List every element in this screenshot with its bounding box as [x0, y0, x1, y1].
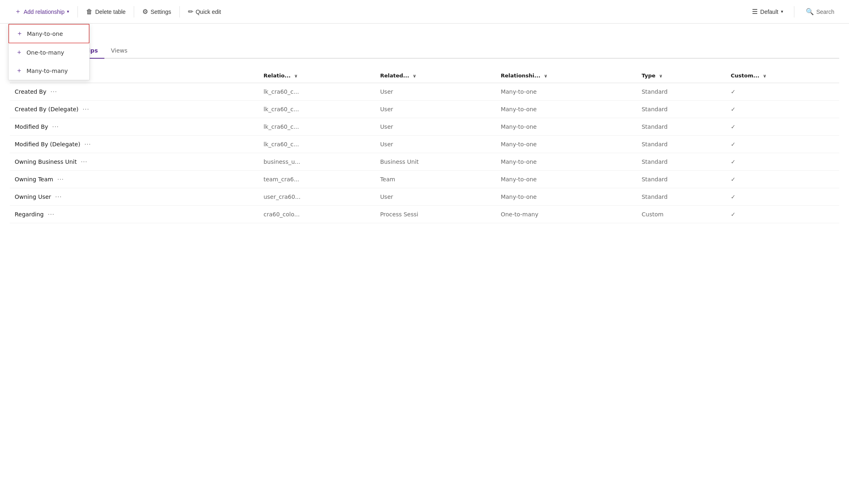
list-icon: ☰ — [752, 8, 758, 15]
table-container: Display name ↑ ∨ Relatio... ∨ Related...… — [0, 59, 849, 223]
settings-button[interactable]: ⚙ Settings — [136, 4, 178, 19]
cell-display-name: Owning Team··· — [10, 171, 259, 188]
plus-icon: ＋ — [15, 7, 21, 16]
cell-relationship-name: cra60_colo... — [259, 206, 375, 223]
row-options-dots[interactable]: ··· — [48, 211, 54, 218]
cell-relationship-type: Many-to-one — [496, 136, 637, 153]
cell-relationship-type: Many-to-one — [496, 83, 637, 101]
add-relationship-button[interactable]: ＋ Add relationship ▾ — [8, 4, 76, 19]
plus-icon-one-to-many: ＋ — [16, 48, 22, 57]
toolbar-divider-3 — [179, 6, 180, 18]
cell-related: Process Sessi — [375, 206, 496, 223]
cell-type: Standard — [637, 83, 726, 101]
cell-type: Standard — [637, 101, 726, 118]
cell-custom: ✓ — [726, 206, 839, 223]
toolbar-divider-1 — [77, 6, 78, 18]
filter-icon-relationship-type[interactable]: ∨ — [544, 73, 548, 79]
dropdown-item-many-to-one[interactable]: ＋ Many-to-one — [9, 24, 89, 43]
cell-display-name: Modified By··· — [10, 118, 259, 135]
cell-relationship-name: lk_cra60_c... — [259, 136, 375, 153]
row-options-dots[interactable]: ··· — [83, 106, 89, 112]
table-row: Modified By···lk_cra60_c...UserMany-to-o… — [10, 118, 839, 136]
toolbar: ＋ Add relationship ▾ 🗑 Delete table ⚙ Se… — [0, 0, 849, 24]
col-related[interactable]: Related... ∨ — [375, 68, 496, 83]
cell-display-name: Modified By (Delegate)··· — [10, 136, 259, 153]
dropdown-item-one-to-many[interactable]: ＋ One-to-many — [9, 43, 89, 62]
relationships-table: Display name ↑ ∨ Relatio... ∨ Related...… — [10, 68, 839, 223]
plus-icon-many-to-one: ＋ — [16, 29, 23, 38]
row-options-dots[interactable]: ··· — [51, 88, 57, 95]
filter-icon-related[interactable]: ∨ — [413, 73, 416, 79]
table-row: Created By···lk_cra60_c...UserMany-to-on… — [10, 83, 839, 101]
col-relationship-name[interactable]: Relatio... ∨ — [259, 68, 375, 83]
col-custom[interactable]: Custom... ∨ — [726, 68, 839, 83]
plus-icon-many-to-many: ＋ — [16, 66, 22, 75]
toolbar-divider-4 — [794, 6, 794, 18]
row-options-dots[interactable]: ··· — [81, 158, 87, 165]
filter-icon-relationship[interactable]: ∨ — [294, 73, 298, 79]
cell-type: Standard — [637, 136, 726, 153]
delete-table-button[interactable]: 🗑 Delete table — [80, 5, 132, 19]
table-row: Owning Business Unit···business_u...Busi… — [10, 153, 839, 171]
content-header: Tables › Color — [0, 24, 849, 42]
cell-related: User — [375, 101, 496, 118]
cell-custom: ✓ — [726, 171, 839, 188]
chevron-down-icon: ▾ — [67, 9, 69, 14]
cell-custom: ✓ — [726, 101, 839, 118]
search-button[interactable]: 🔍 Search — [799, 4, 841, 19]
default-button[interactable]: ☰ Default ▾ — [746, 4, 789, 19]
cell-custom: ✓ — [726, 83, 839, 101]
col-relationship-type[interactable]: Relationshi... ∨ — [496, 68, 637, 83]
cell-relationship-name: lk_cra60_c... — [259, 101, 375, 118]
cell-related: Business Unit — [375, 153, 496, 171]
table-row: Regarding···cra60_colo...Process SessiOn… — [10, 206, 839, 223]
cell-relationship-type: One-to-many — [496, 206, 637, 223]
filter-icon-type[interactable]: ∨ — [659, 73, 663, 79]
cell-custom: ✓ — [726, 188, 839, 206]
trash-icon: 🗑 — [86, 8, 93, 15]
cell-related: Team — [375, 171, 496, 188]
cell-relationship-name: business_u... — [259, 153, 375, 171]
cell-relationship-type: Many-to-one — [496, 171, 637, 188]
cell-display-name: Regarding··· — [10, 206, 259, 223]
cell-relationship-type: Many-to-one — [496, 118, 637, 136]
cell-related: User — [375, 83, 496, 101]
cell-display-name: Created By (Delegate)··· — [10, 101, 259, 118]
toolbar-divider-2 — [134, 6, 134, 18]
cell-relationship-name: team_cra6... — [259, 171, 375, 188]
quick-edit-button[interactable]: ✏ Quick edit — [181, 4, 228, 19]
cell-relationship-name: lk_cra60_c... — [259, 83, 375, 101]
cell-type: Standard — [637, 188, 726, 206]
cell-relationship-type: Many-to-one — [496, 153, 637, 171]
search-icon: 🔍 — [806, 8, 814, 15]
cell-type: Standard — [637, 118, 726, 136]
cell-display-name: Owning Business Unit··· — [10, 153, 259, 170]
cell-related: User — [375, 188, 496, 206]
cell-custom: ✓ — [726, 136, 839, 153]
row-options-dots[interactable]: ··· — [55, 194, 62, 200]
dropdown-item-many-to-many[interactable]: ＋ Many-to-many — [9, 62, 89, 80]
cell-custom: ✓ — [726, 118, 839, 136]
cell-relationship-type: Many-to-one — [496, 101, 637, 118]
table-header-row: Display name ↑ ∨ Relatio... ∨ Related...… — [10, 68, 839, 83]
cell-display-name: Created By··· — [10, 83, 259, 100]
cell-custom: ✓ — [726, 153, 839, 171]
col-type[interactable]: Type ∨ — [637, 68, 726, 83]
table-row: Owning User···user_cra60...UserMany-to-o… — [10, 188, 839, 206]
breadcrumb: Tables › Color — [10, 32, 839, 42]
cell-relationship-name: user_cra60... — [259, 188, 375, 206]
edit-icon: ✏ — [188, 8, 193, 15]
row-options-dots[interactable]: ··· — [52, 123, 59, 130]
cell-related: User — [375, 118, 496, 136]
tab-views[interactable]: Views — [104, 43, 134, 59]
cell-type: Custom — [637, 206, 726, 223]
cell-type: Standard — [637, 171, 726, 188]
row-options-dots[interactable]: ··· — [84, 141, 91, 147]
toolbar-right: ☰ Default ▾ 🔍 Search — [746, 4, 841, 19]
table-row: Modified By (Delegate)···lk_cra60_c...Us… — [10, 136, 839, 153]
table-row: Owning Team···team_cra6...TeamMany-to-on… — [10, 171, 839, 188]
filter-icon-custom[interactable]: ∨ — [763, 73, 767, 79]
row-options-dots[interactable]: ··· — [57, 176, 64, 183]
table-row: Created By (Delegate)···lk_cra60_c...Use… — [10, 101, 839, 118]
cell-type: Standard — [637, 153, 726, 171]
